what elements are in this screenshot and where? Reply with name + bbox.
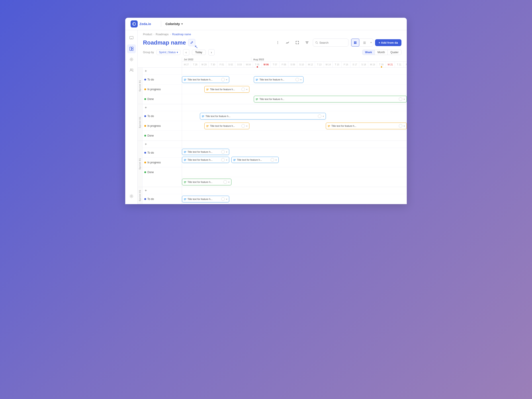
feature-bar-4-1[interactable]: Title text for feature h... ▾ [182,196,229,202]
sidebar-item-team[interactable] [127,66,136,75]
analytics-button[interactable] [284,38,291,47]
view-toggle-chevron[interactable]: ▾ [369,41,373,44]
sidebar-item-chat[interactable] [127,34,136,43]
bar-list-icon [184,78,186,81]
breadcrumb-product[interactable]: Product [143,33,152,36]
bar-list-icon-4 [256,98,258,100]
svg-rect-29 [256,100,257,100]
add-from-da-button[interactable]: + Add from da [375,39,401,46]
breadcrumb-current: Roadmap name [172,33,191,36]
week-t20: T 20 [377,62,386,67]
sprint-2-add-icon[interactable]: ✦ [144,106,147,110]
feature-bar-3-2-text: Title text for feature h... [188,158,220,161]
feature-bar-3-3[interactable]: Title text for feature h... ▾ [231,157,279,163]
sidebar-item-board[interactable] [127,44,136,53]
feature-bar-3-done[interactable]: Title text for feature h... ▾ [182,179,231,185]
period-month-button[interactable]: Month [375,50,388,55]
svg-rect-36 [328,125,330,126]
svg-rect-39 [184,151,186,152]
svg-rect-51 [184,198,186,199]
today-button[interactable]: Today [192,50,206,55]
sprint-3-col: Sprint 01 [138,141,143,187]
week-s02: S 02 [226,62,235,67]
more-options-button[interactable] [274,38,282,47]
svg-rect-1 [130,47,131,51]
sprint-4-status-list: ✦ To do [143,187,182,204]
feature-bar-1-3[interactable]: Title text for feature h... ▾ [204,86,249,93]
week-m19: M 19 [368,62,377,67]
sidebar-item-settings[interactable] [127,55,136,64]
workspace-selector[interactable]: Coloristy ▾ [165,22,183,26]
month-aug: Aug 2022 [251,57,407,61]
week-f01: F 01 [217,62,226,67]
sidebar-item-gear[interactable] [127,192,136,201]
feature-bar-1-4[interactable]: Title text for feature h... ▾ [254,96,407,102]
toolbar-row: Group by Sprint | Status ▾ ‹ Today › Wee… [138,49,407,57]
svg-rect-16 [363,43,366,43]
feature-bar-1-1-circle [221,78,225,81]
grid-view-button[interactable] [351,38,359,47]
sprint-3-done: Done [143,167,182,177]
sprint-4-add-icon[interactable]: ✦ [144,188,147,193]
sprint-1-done-label: Done [147,98,154,101]
filter-button[interactable] [303,38,311,47]
logo-area: Zeda.io [131,20,151,27]
sprint-2-col: Sprint 01 [138,104,143,140]
sprint-2-gantt: Title text for feature h... ▾ Title text… [182,104,407,140]
group-by-select[interactable]: Sprint | Status ▾ [157,50,180,55]
sprint-3-name: Sprint 01 [139,158,141,170]
feature-bar-2-1-text: Title text for feature h... [205,115,317,117]
week-m04: M 04 [244,62,253,67]
feature-bar-3-2[interactable]: Title text for feature h... ▾ [182,157,229,163]
prev-period-button[interactable]: ‹ [183,49,189,55]
week-s03: S 03 [235,62,244,67]
main-layout: Product › Roadmaps › Roadmap name Roadma… [125,30,407,204]
feature-bar-2-1[interactable]: Title text for feature h... ▾ [200,113,326,120]
period-week-button[interactable]: Week [362,50,375,55]
gantt-inner: Jul 2022 Aug 2022 M 27 T 28 W 29 T 30 F … [138,57,407,204]
edit-title-button[interactable]: ↖ [188,39,195,46]
feature-bar-3-1[interactable]: Title text for feature h... ▾ [182,149,229,155]
week-t30: T 30 [209,62,217,67]
group-by-label: Group by [143,51,154,54]
sprint-1-inprogress: In progress [143,84,182,94]
feature-bar-1-2[interactable]: Title text for feature h... ▾ [254,76,303,83]
list-view-button[interactable] [361,38,369,47]
week-t28: T 28 [191,62,200,67]
sprint-2-inprogress-row: Title text for feature h... ▾ Title text… [182,121,407,131]
sprint-3-todo-label: To do [147,151,154,154]
timeline-corner [138,57,182,67]
feature-bar-3-3-text: Title text for feature h... [237,158,269,161]
todo-dot-1 [144,79,146,81]
svg-rect-34 [206,126,209,126]
svg-rect-32 [202,117,203,117]
search-input[interactable] [319,41,346,44]
sprint-3-inprogress-label: In progress [147,161,161,164]
svg-rect-25 [206,89,209,90]
next-period-button[interactable]: › [208,49,215,55]
view-toggle: ▾ [350,38,373,47]
sprint-2-status-list: ✦ To do In progress [143,104,182,140]
fullscreen-button[interactable] [293,38,301,47]
breadcrumb-roadmaps[interactable]: Roadmaps [156,33,168,36]
bar-list-icon-3 [206,88,209,90]
feature-bar-1-1-chevron: ▾ [226,78,227,81]
breadcrumb-sep-2: › [170,33,171,36]
sprint-2-labels: Sprint 01 ✦ To do [138,104,182,140]
feature-bar-2-2[interactable]: Title text for feature h... ▾ [204,123,249,129]
svg-point-7 [278,41,278,42]
todo-dot-3 [144,152,146,154]
search-icon [315,41,318,44]
bar-list-icon-2 [256,78,258,81]
sprint-3-add-icon[interactable]: ✦ [144,142,147,146]
sprint-1-done: Done [143,94,182,104]
header-actions: ▾ + Add from da [274,38,401,47]
feature-bar-2-3[interactable]: Title text for feature h... ▾ [326,123,407,129]
feature-bar-1-4-chevron: ▾ [404,98,405,101]
feature-bar-1-1[interactable]: Title text for feature h... ▾ [182,76,229,83]
month-jul: Jul 2022 [182,57,251,61]
period-quater-button[interactable]: Quater [388,50,401,55]
done-dot-2 [144,135,146,137]
sprint-1-add-icon[interactable]: ✦ [144,69,147,73]
logo-icon [131,20,138,27]
